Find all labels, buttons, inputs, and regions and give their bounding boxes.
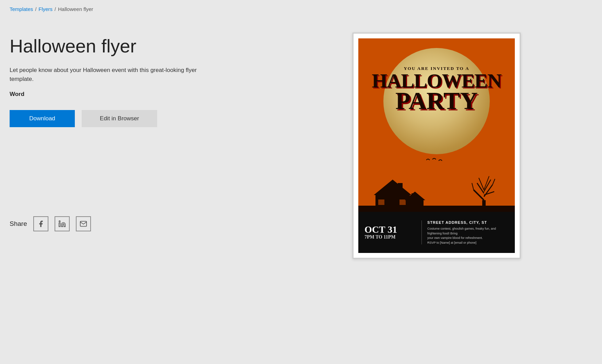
- breadcrumb: Templates / Flyers / Halloween flyer: [10, 6, 592, 12]
- svg-rect-11: [412, 193, 415, 199]
- svg-rect-4: [398, 183, 403, 192]
- download-button[interactable]: Download: [10, 110, 75, 127]
- breadcrumb-sep-1: /: [35, 7, 36, 12]
- description-text: Let people know about your Halloween eve…: [10, 66, 216, 83]
- share-label: Share: [10, 220, 27, 228]
- action-buttons: Download Edit in Browser: [10, 110, 291, 127]
- app-label: Word: [10, 91, 291, 98]
- flyer-frame: YOU ARE INVITED TO A HALLOWEEN PARTY: [352, 33, 521, 259]
- flyer-bottom-bar: OCT 31 7PM TO 11PM STREET ADDRESS, CITY,…: [358, 212, 515, 253]
- flyer-inner: YOU ARE INVITED TO A HALLOWEEN PARTY: [358, 38, 515, 253]
- flyer-details: STREET ADDRESS, CITY, ST Costume contest…: [427, 220, 509, 245]
- email-share-button[interactable]: [76, 216, 91, 231]
- flyer-time-text: 7PM TO 11PM: [364, 234, 416, 240]
- page-title: Halloween flyer: [10, 36, 291, 56]
- flyer-details-line1: Costume contest, ghoulish games, freaky …: [427, 227, 509, 236]
- right-panel: YOU ARE INVITED TO A HALLOWEEN PARTY: [291, 33, 592, 259]
- birds-graphic: [426, 157, 447, 163]
- svg-line-19: [484, 192, 494, 195]
- svg-rect-6: [378, 199, 384, 205]
- breadcrumb-flyers[interactable]: Flyers: [38, 6, 53, 12]
- svg-rect-0: [59, 223, 60, 227]
- breadcrumb-current: Halloween flyer: [58, 6, 93, 12]
- flyer-date-text: OCT 31: [364, 225, 416, 234]
- facebook-share-button[interactable]: [33, 216, 48, 231]
- svg-line-17: [479, 178, 484, 190]
- flyer-details-line2: your own vampire blood for refreshment.: [427, 236, 509, 241]
- linkedin-share-button[interactable]: [55, 216, 70, 231]
- page-wrapper: Templates / Flyers / Halloween flyer Hal…: [0, 0, 602, 259]
- flyer-text-overlay: YOU ARE INVITED TO A HALLOWEEN PARTY: [358, 66, 515, 112]
- svg-marker-3: [374, 180, 412, 195]
- flyer-date: OCT 31 7PM TO 11PM: [364, 225, 416, 240]
- breadcrumb-sep-2: /: [55, 7, 56, 12]
- left-panel: Halloween flyer Let people know about yo…: [10, 33, 291, 245]
- edit-in-browser-button[interactable]: Edit in Browser: [82, 110, 157, 127]
- flyer-address: STREET ADDRESS, CITY, ST: [427, 220, 509, 226]
- flyer-details-line3: RSVP to [Name] at [email or phone]: [427, 241, 509, 245]
- breadcrumb-templates[interactable]: Templates: [10, 6, 33, 12]
- svg-point-1: [59, 221, 60, 222]
- main-content: Halloween flyer Let people know about yo…: [10, 33, 592, 259]
- flyer-divider: [421, 220, 422, 244]
- share-section: Share: [10, 216, 291, 245]
- flyer-title-line2: PARTY: [365, 90, 508, 112]
- svg-line-20: [472, 183, 474, 190]
- svg-line-21: [493, 179, 495, 185]
- ground-strip: [358, 206, 515, 213]
- svg-rect-7: [400, 199, 406, 205]
